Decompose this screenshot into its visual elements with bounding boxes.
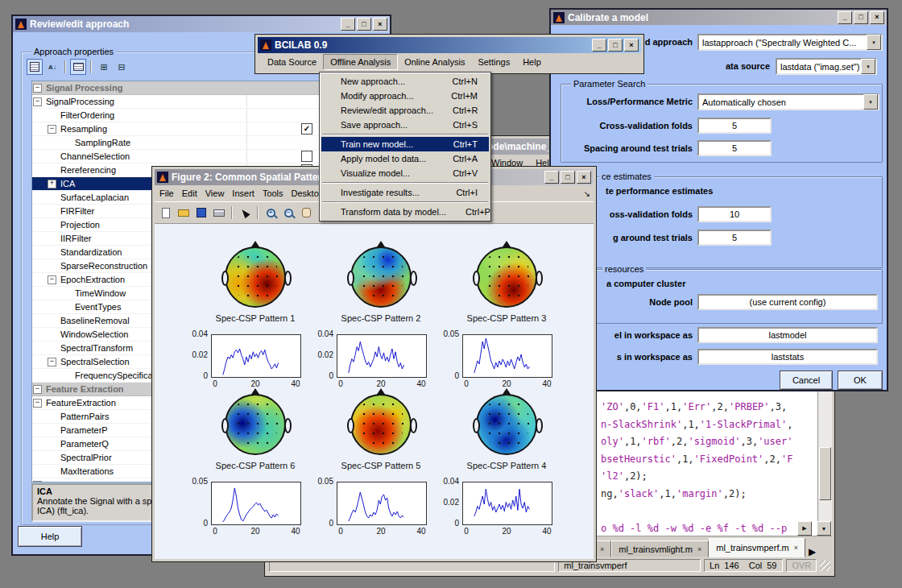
- tab-overflow-icon[interactable]: ▶: [809, 546, 816, 557]
- spacing-input[interactable]: 5: [697, 140, 772, 156]
- maximize-icon[interactable]: □: [357, 18, 371, 31]
- menu-item-investigate-results[interactable]: Investigate results...Ctrl+I: [321, 185, 489, 200]
- datasource-combobox[interactable]: lastdata ("imag.set") ▼: [776, 58, 877, 75]
- save-icon[interactable]: [193, 205, 209, 221]
- cv-folds-input[interactable]: 5: [697, 118, 772, 134]
- perf-folds-input[interactable]: 10: [697, 206, 772, 222]
- minimize-icon[interactable]: _: [838, 11, 852, 24]
- save-model-input[interactable]: lastmodel: [697, 327, 878, 343]
- cancel-button[interactable]: Cancel: [780, 371, 833, 390]
- scrollbar-thumb[interactable]: [819, 447, 831, 500]
- collapse-icon[interactable]: −: [33, 84, 42, 93]
- offline-analysis-menu: New approach...Ctrl+NModify approach...C…: [319, 72, 491, 222]
- menu-settings[interactable]: Settings: [471, 55, 516, 69]
- calibrate-titlebar[interactable]: Calibrate a model _ □ ×: [551, 10, 887, 25]
- tab-close-icon[interactable]: ×: [600, 545, 604, 553]
- editor-tab-ml_trainsvmperf.m[interactable]: ml_trainsvmperf.m×: [709, 538, 805, 557]
- cluster-label: a computer cluster: [606, 279, 685, 288]
- collapse-icon[interactable]: −: [33, 385, 42, 394]
- minimize-icon[interactable]: _: [341, 18, 355, 31]
- y-tick-label: 0: [435, 371, 459, 380]
- nodepool-input[interactable]: (use current config): [697, 294, 878, 310]
- menu-item-new-approach[interactable]: New approach...Ctrl+N: [321, 74, 489, 89]
- sort-az-icon[interactable]: A↓: [44, 59, 60, 75]
- review-titlebar[interactable]: Review/edit approach _ □ ×: [13, 16, 390, 32]
- menu-offline-analysis[interactable]: Offline Analysis: [323, 54, 398, 70]
- checkbox-unchecked-icon[interactable]: [301, 151, 312, 162]
- tab-close-icon[interactable]: ×: [794, 544, 798, 552]
- menu-item-shortcut: Ctrl+V: [453, 168, 478, 178]
- figure-menu-edit[interactable]: Edit: [182, 188, 197, 198]
- collapse-icon[interactable]: −: [48, 275, 56, 284]
- figure-canvas[interactable]: Spec-CSP Pattern 10.040.02002040Spec-CSP…: [155, 224, 594, 559]
- collapse-icon[interactable]: −: [48, 125, 56, 134]
- help-button[interactable]: Help: [18, 526, 82, 547]
- zoom-in-icon[interactable]: +: [263, 205, 279, 221]
- menu-item-modify-approach[interactable]: Modify approach...Ctrl+M: [321, 89, 489, 103]
- pan-icon[interactable]: [298, 205, 314, 221]
- close-icon[interactable]: ×: [577, 171, 591, 184]
- scroll-down-icon[interactable]: ▼: [817, 521, 831, 536]
- ln-value: 146: [724, 561, 739, 570]
- figure-menu-tools[interactable]: Tools: [263, 188, 283, 198]
- x-tick-label: 20: [500, 379, 513, 388]
- menu-item-review-edit-approach[interactable]: Review/edit approach...Ctrl+R: [321, 103, 489, 118]
- approach-combobox[interactable]: lastapproach ("Spectrally Weighted C... …: [697, 34, 883, 51]
- menu-help[interactable]: Help: [516, 55, 548, 69]
- maximize-icon[interactable]: □: [854, 11, 868, 24]
- menu-online-analysis[interactable]: Online Analysis: [398, 55, 471, 69]
- print-icon[interactable]: [211, 205, 227, 221]
- grid-row-label: SpectralTransform: [60, 342, 133, 354]
- collapse-icon[interactable]: −: [33, 97, 42, 106]
- collapse-all-icon[interactable]: ⊟: [114, 59, 130, 75]
- collapse-icon[interactable]: −: [48, 358, 56, 366]
- minimize-icon[interactable]: _: [544, 171, 559, 184]
- menu-item-visualize-model[interactable]: Visualize model...Ctrl+V: [321, 166, 489, 180]
- categorized-icon[interactable]: [27, 59, 43, 75]
- description-icon[interactable]: [70, 59, 86, 75]
- perf-spacing-input[interactable]: 5: [697, 230, 772, 246]
- close-icon[interactable]: ×: [373, 18, 387, 31]
- menu-item-transform-data-by-model[interactable]: Transform data by model...Ctrl+P: [321, 205, 489, 219]
- tab-close-icon[interactable]: ×: [697, 545, 701, 553]
- code-text[interactable]: 'ZO',0,'F1',1,'Err',2,'PRBEP',3,n-SlackS…: [601, 399, 792, 536]
- collapse-icon[interactable]: −: [33, 481, 42, 482]
- menu-item-label: Visualize model...: [341, 168, 453, 178]
- menu-data-source[interactable]: Data Source: [261, 55, 323, 69]
- collapse-icon[interactable]: −: [33, 399, 42, 408]
- bcilab-titlebar[interactable]: BCILAB 0.9 _ □ ×: [258, 37, 641, 53]
- close-icon[interactable]: ×: [870, 11, 884, 24]
- metric-value: Automatically chosen: [699, 97, 863, 107]
- menu-item-train-new-model[interactable]: Train new model...Ctrl+T: [321, 137, 489, 151]
- chevron-down-icon[interactable]: ▼: [861, 59, 875, 74]
- expand-icon[interactable]: +: [48, 180, 56, 188]
- dock-arrow-icon[interactable]: ↘: [584, 189, 594, 198]
- figure-menu-view[interactable]: View: [205, 188, 225, 198]
- save-stats-input[interactable]: laststats: [697, 349, 878, 365]
- editor-tab-ml_trainsvmlight.m[interactable]: ml_trainsvmlight.m×: [611, 540, 709, 557]
- scroll-right-icon[interactable]: ▶: [797, 521, 812, 536]
- maximize-icon[interactable]: □: [561, 171, 575, 184]
- open-folder-icon[interactable]: [176, 205, 192, 221]
- menu-item-apply-model-to-data[interactable]: Apply model to data...Ctrl+A: [321, 151, 489, 166]
- cursor-icon[interactable]: [237, 205, 253, 221]
- minimize-icon[interactable]: _: [592, 39, 606, 52]
- menu-item-label: Transform data by model...: [341, 207, 465, 217]
- metric-combobox[interactable]: Automatically chosen ▼: [697, 93, 879, 110]
- ok-button[interactable]: OK: [838, 371, 883, 390]
- figure-menu-file[interactable]: File: [159, 188, 174, 198]
- figure-menu-insert[interactable]: Insert: [232, 188, 254, 198]
- new-file-icon[interactable]: [158, 205, 174, 221]
- review-toolbar: A↓⊞⊟: [27, 59, 130, 75]
- chevron-down-icon[interactable]: ▼: [863, 94, 878, 110]
- zoom-out-icon[interactable]: −: [280, 205, 296, 221]
- maximize-icon[interactable]: □: [608, 39, 623, 52]
- grid-row-label: SignalProcessing: [46, 95, 114, 108]
- ear-right-icon: [284, 418, 292, 433]
- chevron-down-icon[interactable]: ▼: [867, 35, 881, 50]
- checkbox-checked-icon[interactable]: ✓: [301, 123, 312, 135]
- close-icon[interactable]: ×: [624, 39, 639, 52]
- resize-grip[interactable]: [820, 561, 830, 571]
- expand-all-icon[interactable]: ⊞: [96, 59, 112, 75]
- menu-item-save-approach[interactable]: Save approach...Ctrl+S: [321, 118, 489, 132]
